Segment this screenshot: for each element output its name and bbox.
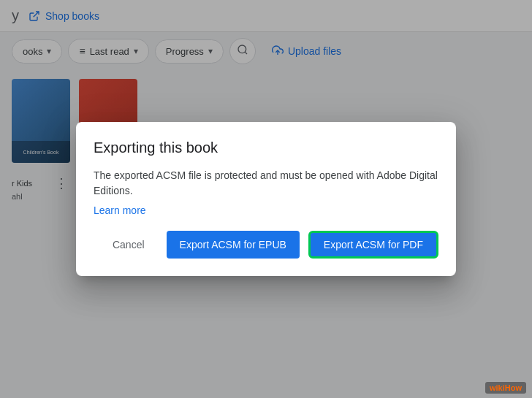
watermark-suffix: How bbox=[505, 383, 522, 392]
dialog-actions: Cancel Export ACSM for EPUB Export ACSM … bbox=[94, 231, 438, 259]
dialog-title: Exporting this book bbox=[94, 139, 438, 156]
export-dialog: Exporting this book The exported ACSM fi… bbox=[76, 122, 456, 276]
export-pdf-button[interactable]: Export ACSM for PDF bbox=[308, 231, 438, 259]
modal-overlay: Exporting this book The exported ACSM fi… bbox=[0, 0, 532, 398]
watermark-prefix: wiki bbox=[490, 383, 505, 392]
export-epub-button[interactable]: Export ACSM for EPUB bbox=[167, 231, 300, 259]
cancel-button[interactable]: Cancel bbox=[99, 231, 158, 259]
wikihow-watermark: wikiHow bbox=[485, 382, 526, 394]
dialog-body: The exported ACSM file is protected and … bbox=[94, 168, 438, 199]
learn-more-link[interactable]: Learn more bbox=[94, 204, 438, 216]
